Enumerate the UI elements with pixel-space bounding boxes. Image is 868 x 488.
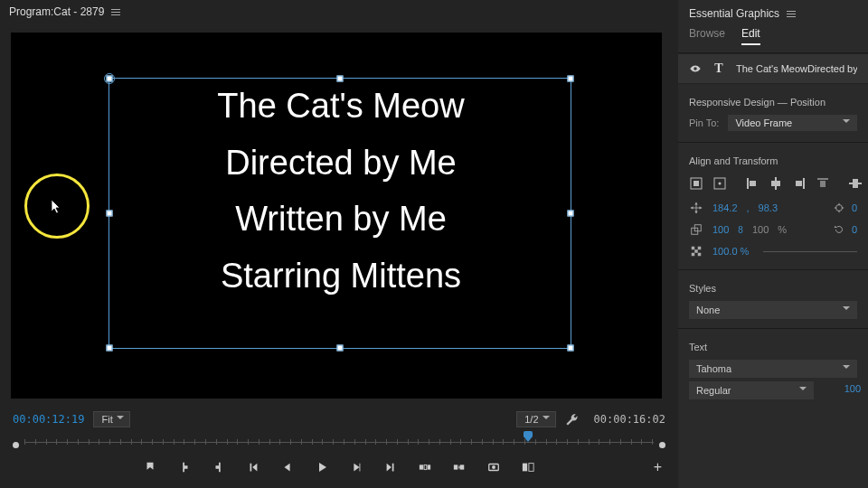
program-canvas[interactable]: The Cat's Meow Directed by Me Written by… <box>11 33 662 399</box>
position-y-value[interactable]: 98.3 <box>759 202 778 213</box>
opacity-row: 100.0 % <box>678 240 868 262</box>
svg-rect-3 <box>454 465 458 469</box>
mark-in-icon[interactable] <box>177 460 192 474</box>
resize-handle-tl[interactable] <box>107 76 113 82</box>
go-to-in-icon[interactable] <box>246 460 260 474</box>
visibility-eye-icon[interactable] <box>689 62 702 75</box>
styles-dropdown[interactable]: None <box>689 301 857 319</box>
transport-controls: + <box>0 455 678 482</box>
svg-rect-20 <box>820 181 826 187</box>
opacity-value[interactable]: 100.0 % <box>712 246 749 257</box>
svg-rect-19 <box>817 178 828 180</box>
scale-icon <box>689 222 703 237</box>
align-vh-center-icon[interactable] <box>689 175 703 192</box>
resize-handle-tc[interactable] <box>337 76 344 82</box>
scrub-end-dot[interactable] <box>659 442 665 448</box>
svg-rect-0 <box>420 465 423 469</box>
scrub-bar[interactable] <box>0 431 678 455</box>
extract-icon[interactable] <box>452 460 467 474</box>
scale-h-value[interactable]: 100 <box>752 224 769 235</box>
layer-label: The Cat's MeowDirected by <box>736 63 857 74</box>
export-frame-icon[interactable] <box>486 460 501 474</box>
svg-rect-22 <box>853 179 858 188</box>
position-x-value[interactable]: 184.2 <box>712 202 738 213</box>
resize-handle-br[interactable] <box>568 345 574 352</box>
scrub-track-container[interactable] <box>24 433 654 451</box>
svg-point-6 <box>492 465 495 469</box>
text-section-title: Text <box>678 329 868 356</box>
program-title-prefix: Program: <box>9 5 53 18</box>
font-dropdown[interactable]: Tahoma <box>689 360 857 378</box>
pin-to-dropdown[interactable]: Video Frame <box>728 115 857 131</box>
align-vcenter-icon[interactable] <box>848 175 863 192</box>
add-marker-icon[interactable] <box>143 460 157 474</box>
cursor-icon <box>51 199 63 215</box>
step-back-icon[interactable] <box>280 460 295 474</box>
resize-handle-tr[interactable] <box>568 76 574 82</box>
position-icon <box>689 201 703 215</box>
panel-menu-icon[interactable] <box>111 9 120 15</box>
align-right-icon[interactable] <box>792 175 807 192</box>
eg-header: Essential Graphics <box>678 0 868 27</box>
eg-panel-menu-icon[interactable] <box>787 11 796 17</box>
button-editor-icon[interactable]: + <box>654 459 662 475</box>
monitor-meta-row: 00:00:12:19 Fit 1/2 00:00:16:02 <box>0 404 678 431</box>
svg-rect-2 <box>428 465 431 469</box>
duration-timecode: 00:00:16:02 <box>594 413 665 426</box>
tab-browse[interactable]: Browse <box>689 27 725 45</box>
play-icon[interactable] <box>315 460 329 474</box>
svg-rect-7 <box>523 464 527 472</box>
tab-edit[interactable]: Edit <box>741 27 760 45</box>
scale-row: 100 8 100 % 0 <box>678 219 868 240</box>
align-hcenter-icon[interactable] <box>769 175 783 192</box>
align-top-icon[interactable] <box>816 175 830 192</box>
anchor-point-row-icon <box>832 201 846 215</box>
resize-handle-bc[interactable] <box>337 345 344 352</box>
font-size-value[interactable]: 100 <box>821 383 861 394</box>
resize-handle-bl[interactable] <box>107 345 113 352</box>
resolution-dropdown[interactable]: 1/2 <box>516 411 555 427</box>
svg-rect-17 <box>803 178 805 189</box>
scale-w-value[interactable]: 100 <box>712 224 729 235</box>
svg-rect-8 <box>529 464 533 472</box>
program-monitor-panel: Program: Cat - 2879 The Cat's Meow Direc… <box>0 0 678 488</box>
rotation-value[interactable]: 0 <box>852 224 857 235</box>
svg-rect-10 <box>693 181 699 186</box>
layer-row[interactable]: T The Cat's MeowDirected by <box>678 53 868 84</box>
align-icon-row <box>678 170 868 197</box>
link-scale-icon[interactable]: 8 <box>738 225 743 235</box>
mark-out-icon[interactable] <box>212 460 226 474</box>
step-forward-icon[interactable] <box>349 460 363 474</box>
svg-rect-29 <box>692 253 695 257</box>
playhead[interactable] <box>524 431 533 444</box>
font-weight-dropdown[interactable]: Regular <box>689 381 814 399</box>
current-timecode[interactable]: 00:00:12:19 <box>13 413 84 426</box>
scale-unit: % <box>778 224 787 235</box>
anchor-x-value[interactable]: 0 <box>852 202 857 213</box>
align-center-frame-icon[interactable] <box>712 175 727 192</box>
position-row: 184.2, 98.3 0 <box>678 197 868 219</box>
rotation-icon <box>832 222 846 237</box>
text-layer-icon: T <box>712 61 725 76</box>
svg-rect-30 <box>698 253 702 257</box>
resize-handle-ml[interactable] <box>107 211 113 217</box>
zoom-dropdown[interactable]: Fit <box>93 411 129 427</box>
comparison-view-icon[interactable] <box>521 460 535 474</box>
lift-icon[interactable] <box>418 460 432 474</box>
scrub-start-dot[interactable] <box>13 442 19 448</box>
settings-wrench-icon[interactable] <box>565 412 580 427</box>
svg-point-12 <box>719 183 722 185</box>
program-header: Program: Cat - 2879 <box>0 0 678 23</box>
selection-bounding-box[interactable] <box>108 78 571 349</box>
svg-rect-1 <box>424 465 427 469</box>
svg-rect-27 <box>698 247 702 250</box>
align-left-icon[interactable] <box>745 175 760 192</box>
opacity-slider[interactable] <box>763 251 857 252</box>
svg-rect-16 <box>771 181 780 186</box>
eg-panel-title: Essential Graphics <box>689 7 779 20</box>
go-to-out-icon[interactable] <box>383 460 398 474</box>
resize-handle-mr[interactable] <box>568 211 574 217</box>
responsive-section-title: Responsive Design — Position <box>678 84 868 111</box>
essential-graphics-panel: Essential Graphics Browse Edit T The Cat… <box>678 0 868 488</box>
pin-to-label: Pin To: <box>689 117 719 128</box>
